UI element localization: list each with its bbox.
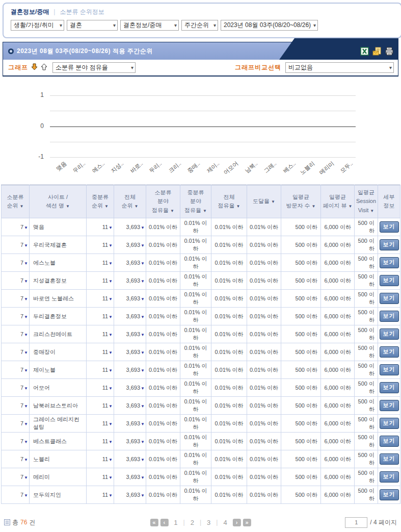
cell-midcategory-share: 0.01% 이하 bbox=[180, 254, 211, 272]
column-header[interactable]: 도달율▼ bbox=[247, 185, 281, 218]
rank-change-icon: ▼ bbox=[109, 333, 113, 337]
column-header[interactable]: 사이트 / 섹션 명▼ bbox=[30, 185, 87, 218]
detail-view-button[interactable]: 보기 bbox=[380, 311, 399, 322]
column-header[interactable]: 중분류 순위▼ bbox=[87, 185, 114, 218]
column-header[interactable]: 소분류 순위▼ bbox=[2, 185, 30, 218]
graph-compare-select[interactable]: 비교없음▾ bbox=[285, 62, 394, 73]
x-category-text: 맺음 bbox=[55, 160, 68, 173]
detail-view-button[interactable]: 보기 bbox=[380, 400, 399, 411]
cell-daily-visitors: 500 이하 bbox=[281, 254, 321, 272]
sort-ascending-icon[interactable] bbox=[41, 63, 47, 72]
cell-daily-sessions: 500 이하 bbox=[355, 468, 378, 486]
rank-change-icon: ▼ bbox=[24, 368, 28, 373]
detail-view-button[interactable]: 보기 bbox=[380, 275, 399, 286]
gridline bbox=[50, 157, 356, 158]
cell-site-name: 제이노블 bbox=[30, 361, 87, 379]
cell-subcategory-share: 0.01% 이하 bbox=[146, 308, 180, 325]
cell-reach: 0.01% 이하 bbox=[247, 468, 281, 486]
page-number-4[interactable]: 4 bbox=[220, 519, 230, 526]
cell-daily-visitors: 500 이하 bbox=[281, 415, 321, 433]
rank-change-icon: ▼ bbox=[109, 458, 113, 462]
column-header[interactable]: 일평균 방문자 수▼ bbox=[281, 185, 321, 218]
cell-total-rank: 3,693▼ bbox=[114, 325, 146, 343]
cell-total-share: 0.01% 이하 bbox=[211, 254, 247, 272]
cell-reach: 0.01% 이하 bbox=[247, 308, 281, 325]
sort-descending-icon[interactable] bbox=[31, 63, 38, 72]
page-number-1[interactable]: 1 bbox=[170, 519, 181, 526]
detail-view-button[interactable]: 보기 bbox=[380, 453, 399, 465]
cell-detail: 보기 bbox=[378, 450, 400, 468]
detail-view-button[interactable]: 보기 bbox=[380, 418, 399, 429]
cell-daily-visitors: 500 이하 bbox=[281, 397, 321, 415]
graph-metric-select[interactable]: 소분류 분야 점유율▾ bbox=[52, 62, 136, 73]
print-icon[interactable] bbox=[385, 47, 394, 56]
x-category-text: 에스.. bbox=[90, 160, 106, 175]
filter-select-week[interactable]: 2023년 08월 03주(08/20~08/26)▾ bbox=[221, 20, 318, 31]
rank-change-icon: ▼ bbox=[109, 475, 113, 480]
cell-reach: 0.01% 이하 bbox=[247, 415, 281, 433]
detail-view-button[interactable]: 보기 bbox=[380, 346, 399, 358]
x-category-text: 제이.. bbox=[205, 160, 221, 175]
detail-view-button[interactable]: 보기 bbox=[380, 293, 399, 304]
rank-change-icon: ▼ bbox=[141, 350, 145, 355]
filter-select-main-category[interactable]: 생활/가정/취미▾ bbox=[11, 20, 64, 31]
y-tick-label: 0 bbox=[31, 122, 44, 130]
cell-daily-sessions: 500 이하 bbox=[355, 415, 378, 433]
first-page-button[interactable]: « bbox=[150, 519, 158, 526]
toolbar bbox=[360, 47, 394, 56]
detail-view-button[interactable]: 보기 bbox=[380, 471, 399, 483]
column-header-label: 전체 점유율 bbox=[218, 194, 235, 209]
cell-daily-sessions: 500 이하 bbox=[355, 486, 378, 504]
cell-daily-pageviews: 6,000 이하 bbox=[321, 308, 355, 325]
column-header[interactable]: 전체 순위▼ bbox=[114, 185, 146, 218]
cell-site-name: 남북러브스토리아 bbox=[30, 397, 87, 415]
prev-page-button[interactable]: ‹ bbox=[160, 519, 168, 526]
column-header[interactable]: 전체 점유율▼ bbox=[211, 185, 247, 218]
page-number-2[interactable]: 2 bbox=[187, 519, 198, 526]
page-total-label: / 4 페이지 bbox=[370, 518, 397, 527]
page-number-input[interactable] bbox=[345, 517, 367, 528]
cell-midcategory-rank: 11▼ bbox=[87, 218, 114, 236]
rank-change-icon: ▼ bbox=[24, 422, 28, 426]
column-header[interactable]: 소분류 분야 점유율▼ bbox=[146, 185, 180, 218]
detail-view-button[interactable]: 보기 bbox=[380, 221, 399, 233]
column-header[interactable]: 일평균 Session Visit▼ bbox=[355, 185, 378, 218]
chevron-down-icon: ▾ bbox=[389, 65, 392, 70]
rank-change-icon: ▼ bbox=[141, 279, 145, 284]
cell-total-rank: 3,693▼ bbox=[114, 218, 146, 236]
cell-total-share: 0.01% 이하 bbox=[211, 343, 247, 361]
cell-subcategory-rank: 7▼ bbox=[2, 468, 30, 486]
detail-view-button[interactable]: 보기 bbox=[380, 364, 399, 375]
last-page-button[interactable]: » bbox=[243, 519, 251, 526]
filter-select-sub-category[interactable]: 결혼정보/중매▾ bbox=[120, 20, 179, 31]
table-row: 7▼크리스천메이트11▼3,693▼0.01% 이하0.01% 이하0.01% … bbox=[2, 325, 400, 343]
rank-change-icon: ▼ bbox=[24, 243, 28, 248]
cell-midcategory-rank: 11▼ bbox=[87, 433, 114, 450]
detail-view-button[interactable]: 보기 bbox=[380, 257, 399, 268]
cell-total-rank: 3,693▼ bbox=[114, 433, 146, 450]
detail-view-button[interactable]: 보기 bbox=[380, 489, 399, 500]
sort-arrow-icon: ▼ bbox=[203, 209, 207, 213]
column-header-label: 사이트 / 섹션 명 bbox=[46, 194, 68, 209]
detail-view-button[interactable]: 보기 bbox=[380, 382, 399, 393]
email-report-icon[interactable] bbox=[372, 47, 382, 56]
column-header[interactable]: 일평균 페이지 뷰▼ bbox=[321, 185, 355, 218]
cell-daily-visitors: 500 이하 bbox=[281, 290, 321, 308]
filter-select-mid-category-value: 결혼 bbox=[70, 21, 82, 30]
cell-daily-pageviews: 6,000 이하 bbox=[321, 450, 355, 468]
next-page-button[interactable]: › bbox=[233, 519, 241, 526]
detail-view-button[interactable]: 보기 bbox=[380, 436, 399, 447]
excel-export-icon[interactable] bbox=[360, 47, 369, 56]
detail-view-button[interactable]: 보기 bbox=[380, 328, 399, 340]
filter-select-mid-category[interactable]: 결혼▾ bbox=[67, 20, 118, 31]
cell-subcategory-share: 0.01% 이하 bbox=[146, 450, 180, 468]
page-number-3[interactable]: 3 bbox=[203, 519, 214, 526]
cell-daily-sessions: 500 이하 bbox=[355, 236, 378, 254]
rank-change-icon: ▼ bbox=[109, 440, 113, 444]
filter-select-period-type[interactable]: 주간순위▾ bbox=[181, 20, 218, 31]
graph-compare-select-value: 비교없음 bbox=[288, 63, 313, 72]
cell-midcategory-rank: 11▼ bbox=[87, 290, 114, 308]
column-header[interactable]: 중분류 분야 점유율▼ bbox=[180, 185, 211, 218]
cell-midcategory-share: 0.01% 이하 bbox=[180, 468, 211, 486]
detail-view-button[interactable]: 보기 bbox=[380, 239, 399, 250]
